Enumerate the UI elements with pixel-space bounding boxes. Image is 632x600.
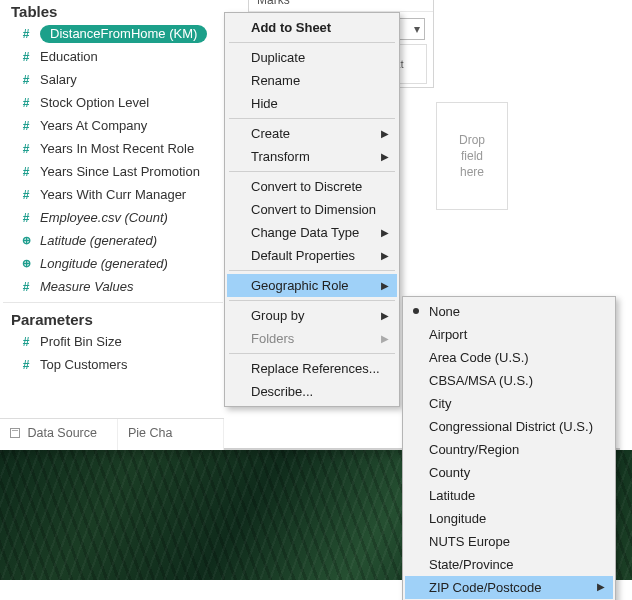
tab-sheet[interactable]: Pie Cha	[118, 419, 224, 450]
globe-icon: ⊕	[19, 234, 33, 247]
submenu-arrow-icon: ▶	[381, 310, 389, 321]
divider	[3, 302, 223, 303]
field-label: Top Customers	[40, 357, 127, 372]
field-label: Latitude (generated)	[40, 233, 157, 248]
field-years-since-last-promotion[interactable]: # Years Since Last Promotion	[9, 160, 223, 183]
field-years-with-curr-manager[interactable]: # Years With Curr Manager	[9, 183, 223, 206]
submenu-cbsa-msa[interactable]: CBSA/MSA (U.S.)	[405, 369, 613, 392]
menu-transform[interactable]: Transform▶	[227, 145, 397, 168]
field-latitude-generated[interactable]: ⊕ Latitude (generated)	[9, 229, 223, 252]
menu-convert-to-dimension[interactable]: Convert to Dimension	[227, 198, 397, 221]
data-source-icon	[10, 428, 20, 438]
field-context-menu: Add to Sheet Duplicate Rename Hide Creat…	[224, 12, 400, 407]
menu-folders[interactable]: Folders▶	[227, 327, 397, 350]
submenu-arrow-icon: ▶	[381, 151, 389, 162]
tab-label: Pie Cha	[128, 426, 172, 440]
field-label: Years With Curr Manager	[40, 187, 186, 202]
sheet-tabs: Data Source Pie Cha	[0, 418, 224, 450]
menu-separator	[229, 42, 395, 43]
menu-separator	[229, 118, 395, 119]
field-years-most-recent-role[interactable]: # Years In Most Recent Role	[9, 137, 223, 160]
field-label: Profit Bin Size	[40, 334, 122, 349]
number-icon: #	[19, 335, 33, 349]
submenu-area-code[interactable]: Area Code (U.S.)	[405, 346, 613, 369]
submenu-longitude[interactable]: Longitude	[405, 507, 613, 530]
menu-geographic-role[interactable]: Geographic Role▶	[227, 274, 397, 297]
field-label: Measure Values	[40, 279, 133, 294]
submenu-arrow-icon: ▶	[381, 128, 389, 139]
submenu-congressional-district[interactable]: Congressional District (U.S.)	[405, 415, 613, 438]
menu-add-to-sheet[interactable]: Add to Sheet	[227, 16, 397, 39]
menu-create[interactable]: Create▶	[227, 122, 397, 145]
drop-field-label: Drop field here	[459, 132, 485, 181]
menu-separator	[229, 300, 395, 301]
number-icon: #	[19, 142, 33, 156]
number-icon: #	[19, 188, 33, 202]
drop-field-target[interactable]: Drop field here	[436, 102, 508, 210]
submenu-nuts-europe[interactable]: NUTS Europe	[405, 530, 613, 553]
globe-icon: ⊕	[19, 257, 33, 270]
menu-describe[interactable]: Describe...	[227, 380, 397, 403]
number-icon: #	[19, 280, 33, 294]
submenu-arrow-icon: ▶	[381, 280, 389, 291]
submenu-arrow-icon: ▶	[381, 250, 389, 261]
marks-title: Marks	[249, 0, 433, 12]
menu-separator	[229, 270, 395, 271]
field-distance-from-home[interactable]: # DistanceFromHome (KM)	[9, 22, 223, 45]
submenu-none[interactable]: None	[405, 300, 613, 323]
menu-change-data-type[interactable]: Change Data Type▶	[227, 221, 397, 244]
submenu-arrow-icon: ▶	[381, 227, 389, 238]
number-icon: #	[19, 211, 33, 225]
menu-rename[interactable]: Rename	[227, 69, 397, 92]
submenu-airport[interactable]: Airport	[405, 323, 613, 346]
field-label: Years At Company	[40, 118, 147, 133]
field-label: Longitude (generated)	[40, 256, 168, 271]
tab-data-source[interactable]: Data Source	[0, 419, 118, 450]
chevron-down-icon: ▾	[414, 22, 420, 36]
field-years-at-company[interactable]: # Years At Company	[9, 114, 223, 137]
menu-group-by[interactable]: Group by▶	[227, 304, 397, 327]
field-label: Years Since Last Promotion	[40, 164, 200, 179]
tables-header: Tables	[9, 0, 223, 22]
number-icon: #	[19, 27, 33, 41]
param-profit-bin-size[interactable]: # Profit Bin Size	[9, 330, 223, 353]
menu-replace-references[interactable]: Replace References...	[227, 357, 397, 380]
menu-convert-to-discrete[interactable]: Convert to Discrete	[227, 175, 397, 198]
submenu-arrow-icon: ▶	[597, 581, 605, 592]
data-pane: Tables # DistanceFromHome (KM) # Educati…	[2, 0, 226, 381]
tab-label: Data Source	[27, 426, 96, 440]
menu-separator	[229, 353, 395, 354]
number-icon: #	[19, 50, 33, 64]
geographic-role-submenu: None Airport Area Code (U.S.) CBSA/MSA (…	[402, 296, 616, 600]
number-icon: #	[19, 358, 33, 372]
field-longitude-generated[interactable]: ⊕ Longitude (generated)	[9, 252, 223, 275]
field-label: Salary	[40, 72, 77, 87]
number-icon: #	[19, 96, 33, 110]
menu-separator	[229, 171, 395, 172]
field-education[interactable]: # Education	[9, 45, 223, 68]
submenu-latitude[interactable]: Latitude	[405, 484, 613, 507]
submenu-arrow-icon: ▶	[381, 333, 389, 344]
field-measure-values[interactable]: # Measure Values	[9, 275, 223, 298]
submenu-zip-postcode[interactable]: ZIP Code/Postcode▶	[405, 576, 613, 599]
field-pill: DistanceFromHome (KM)	[40, 25, 207, 43]
field-label: Stock Option Level	[40, 95, 149, 110]
checked-dot-icon	[413, 308, 419, 314]
param-top-customers[interactable]: # Top Customers	[9, 353, 223, 376]
field-label: Employee.csv (Count)	[40, 210, 168, 225]
field-employee-count[interactable]: # Employee.csv (Count)	[9, 206, 223, 229]
parameters-header: Parameters	[9, 307, 223, 330]
field-salary[interactable]: # Salary	[9, 68, 223, 91]
submenu-country-region[interactable]: Country/Region	[405, 438, 613, 461]
menu-default-properties[interactable]: Default Properties▶	[227, 244, 397, 267]
field-stock-option-level[interactable]: # Stock Option Level	[9, 91, 223, 114]
number-icon: #	[19, 73, 33, 87]
number-icon: #	[19, 165, 33, 179]
menu-duplicate[interactable]: Duplicate	[227, 46, 397, 69]
menu-hide[interactable]: Hide	[227, 92, 397, 115]
field-label: Education	[40, 49, 98, 64]
field-label: Years In Most Recent Role	[40, 141, 194, 156]
submenu-city[interactable]: City	[405, 392, 613, 415]
submenu-county[interactable]: County	[405, 461, 613, 484]
submenu-state-province[interactable]: State/Province	[405, 553, 613, 576]
